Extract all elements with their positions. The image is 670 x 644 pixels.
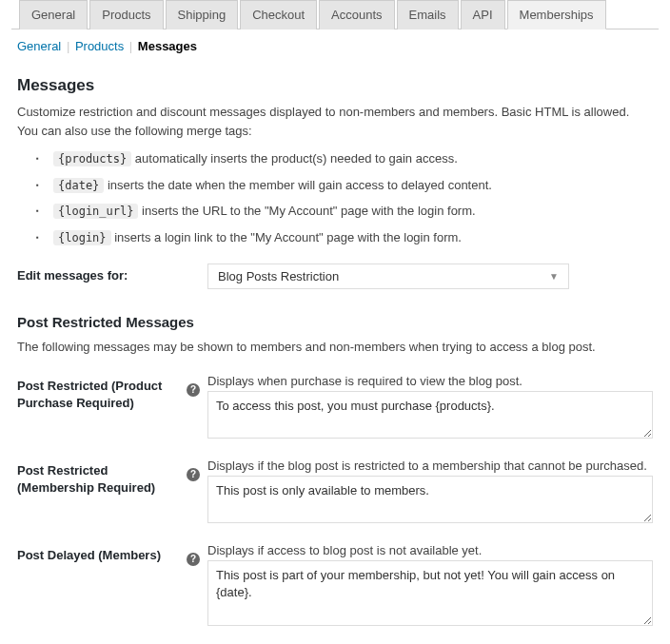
field-hint: Displays if access to blog post is not a…	[207, 543, 653, 557]
merge-tag-code: {date}	[53, 178, 104, 193]
separator: |	[129, 39, 132, 53]
product-required-textarea[interactable]	[207, 391, 653, 439]
section-heading: Messages	[17, 76, 653, 95]
edit-messages-for-row: Edit messages for: Blog Posts Restrictio…	[17, 263, 653, 289]
field-label: Post Restricted (Product Purchase Requir…	[17, 374, 187, 412]
merge-tag-code: {login}	[53, 230, 111, 245]
field-label: Post Delayed (Members)	[17, 543, 187, 564]
tab-accounts[interactable]: Accounts	[319, 0, 394, 29]
merge-tag-code: {login_url}	[53, 204, 138, 219]
field-product-required: Post Restricted (Product Purchase Requir…	[17, 374, 653, 441]
merge-tag-item: {products} automatically inserts the pro…	[36, 149, 653, 168]
merge-tag-list: {products} automatically inserts the pro…	[36, 149, 653, 246]
field-label: Post Restricted (Membership Required)	[17, 459, 187, 497]
separator: |	[67, 39, 69, 53]
main-tabs: General Products Shipping Checkout Accou…	[11, 0, 659, 29]
subsection-heading: Post Restricted Messages	[17, 314, 653, 330]
edit-messages-label: Edit messages for:	[17, 263, 187, 284]
membership-required-textarea[interactable]	[207, 476, 653, 523]
tab-checkout[interactable]: Checkout	[240, 0, 317, 29]
help-icon[interactable]: ?	[187, 383, 200, 397]
tab-shipping[interactable]: Shipping	[166, 0, 239, 29]
edit-messages-select[interactable]: Blog Posts Restriction ▼	[207, 263, 569, 289]
chevron-down-icon: ▼	[540, 271, 568, 282]
subnav-products[interactable]: Products	[75, 39, 124, 53]
delayed-textarea[interactable]	[207, 560, 653, 626]
merge-tag-item: {login_url} inserts the URL to the "My A…	[36, 202, 653, 221]
merge-tag-item: {date} inserts the date when the member …	[36, 176, 653, 195]
merge-tag-code: {products}	[53, 151, 131, 166]
field-hint: Displays when purchase is required to vi…	[207, 374, 653, 388]
help-icon[interactable]: ?	[187, 468, 200, 481]
field-delayed: Post Delayed (Members) ? Displays if acc…	[17, 543, 653, 629]
subnav-general[interactable]: General	[17, 39, 61, 53]
merge-tag-item: {login} inserts a login link to the "My …	[36, 228, 653, 247]
tab-products[interactable]: Products	[89, 0, 163, 29]
field-hint: Displays if the blog post is restricted …	[207, 459, 653, 473]
tab-api[interactable]: API	[461, 0, 505, 29]
field-membership-required: Post Restricted (Membership Required) ? …	[17, 459, 653, 526]
subsection-desc: The following messages may be shown to m…	[17, 338, 653, 357]
tab-emails[interactable]: Emails	[397, 0, 459, 29]
tab-memberships[interactable]: Memberships	[507, 0, 606, 29]
sub-nav: General | Products | Messages	[11, 29, 659, 63]
select-value: Blog Posts Restriction	[208, 264, 540, 288]
help-icon[interactable]: ?	[187, 553, 200, 566]
tab-general[interactable]: General	[19, 0, 88, 29]
intro-text: Customize restriction and discount messa…	[17, 103, 653, 140]
subnav-messages: Messages	[138, 39, 197, 53]
